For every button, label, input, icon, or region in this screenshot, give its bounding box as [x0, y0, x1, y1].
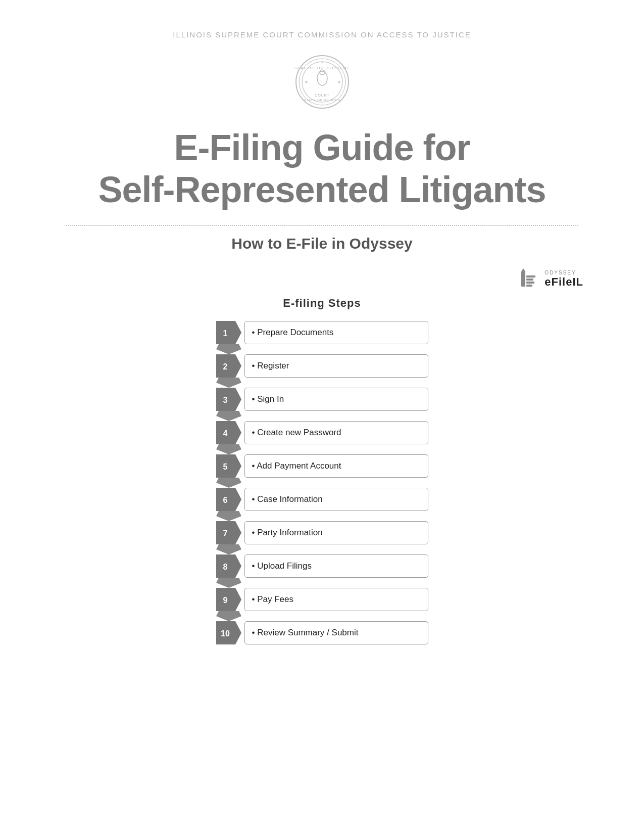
- svg-marker-27: [216, 421, 241, 444]
- step-badge-9: 9: [216, 588, 241, 611]
- step-entry-1: 1 • Prepare Documents: [216, 321, 428, 354]
- title-divider: [66, 225, 579, 226]
- svg-rect-15: [526, 279, 533, 281]
- svg-marker-42: [216, 588, 241, 611]
- svg-text:★: ★: [321, 61, 323, 64]
- svg-marker-20: [216, 344, 241, 354]
- step-row-9: 9 • Pay Fees: [216, 588, 428, 611]
- svg-marker-30: [216, 454, 241, 478]
- step-entry-6: 6 • Case Information: [216, 488, 428, 521]
- step-row-8: 8 • Upload Filings: [216, 554, 428, 578]
- step-row-4: 4 • Create new Password: [216, 421, 428, 444]
- step-row-6: 6 • Case Information: [216, 488, 428, 511]
- main-title: E-Filing Guide for Self-Represented Liti…: [98, 127, 546, 211]
- step-entry-5: 5 • Add Payment Account: [216, 454, 428, 488]
- step-entry-7: 7 • Party Information: [216, 521, 428, 554]
- step-arrow-icon: 1: [216, 321, 241, 344]
- connector-arrow-icon: [216, 611, 241, 621]
- odyssey-label: ODYSSEY: [544, 270, 576, 275]
- svg-text:7: 7: [223, 529, 227, 538]
- steps-list: 1 • Prepare Documents 2 • Register 3 • S…: [216, 321, 428, 644]
- svg-marker-33: [216, 488, 241, 511]
- step-arrow-icon: 8: [216, 554, 241, 578]
- svg-marker-41: [216, 578, 241, 588]
- connector-arrow-icon: [216, 378, 241, 388]
- svg-rect-17: [526, 285, 532, 287]
- step-arrow-icon: 3: [216, 388, 241, 411]
- step-label-6: • Case Information: [244, 488, 428, 511]
- connector-arrow-icon: [216, 478, 241, 488]
- step-row-7: 7 • Party Information: [216, 521, 428, 544]
- step-badge-7: 7: [216, 521, 241, 544]
- connector-arrow-icon: [216, 344, 241, 354]
- subtitle: How to E-File in Odyssey: [231, 235, 412, 252]
- connector-arrow-icon: [216, 411, 241, 421]
- odyssey-text: ODYSSEY eFileIL: [544, 270, 583, 289]
- svg-text:5: 5: [223, 462, 227, 471]
- svg-rect-16: [526, 282, 534, 284]
- step-entry-2: 2 • Register: [216, 354, 428, 388]
- step-connector-2: [216, 378, 241, 388]
- step-entry-8: 8 • Upload Filings: [216, 554, 428, 588]
- svg-text:SEAL OF THE SUPREME: SEAL OF THE SUPREME: [294, 66, 350, 70]
- step-badge-10: 10: [216, 621, 241, 644]
- step-label-3: • Sign In: [244, 388, 428, 411]
- svg-text:10: 10: [221, 629, 230, 638]
- step-entry-10: 10 • Review Summary / Submit: [216, 621, 428, 644]
- step-arrow-icon: 6: [216, 488, 241, 511]
- svg-marker-36: [216, 521, 241, 544]
- court-seal-icon: SEAL OF THE SUPREME COURT STATE OF ILLIN…: [294, 54, 350, 110]
- step-badge-8: 8: [216, 554, 241, 578]
- step-label-2: • Register: [244, 354, 428, 378]
- svg-text:9: 9: [223, 596, 227, 605]
- step-label-10: • Review Summary / Submit: [244, 621, 428, 644]
- svg-marker-35: [216, 511, 241, 521]
- step-connector-1: [216, 344, 241, 354]
- svg-marker-21: [216, 354, 241, 378]
- steps-heading: E-filing Steps: [283, 297, 361, 310]
- step-arrow-icon: 4: [216, 421, 241, 444]
- svg-text:2: 2: [223, 362, 227, 371]
- svg-marker-38: [216, 544, 241, 554]
- step-badge-1: 1: [216, 321, 241, 344]
- step-entry-4: 4 • Create new Password: [216, 421, 428, 454]
- svg-text:4: 4: [223, 429, 227, 438]
- step-entry-9: 9 • Pay Fees: [216, 588, 428, 621]
- svg-rect-12: [521, 271, 525, 287]
- svg-marker-32: [216, 478, 241, 488]
- page-wrapper: ILLINOIS SUPREME COURT COMMISSION ON ACC…: [0, 0, 644, 834]
- step-badge-2: 2: [216, 354, 241, 378]
- step-connector-4: [216, 444, 241, 454]
- step-row-10: 10 • Review Summary / Submit: [216, 621, 428, 644]
- connector-arrow-icon: [216, 444, 241, 454]
- efile-label: eFileIL: [544, 275, 583, 289]
- svg-rect-14: [526, 275, 535, 277]
- step-connector-9: [216, 611, 241, 621]
- odyssey-logo-icon: [516, 267, 540, 292]
- svg-text:STATE OF ILLINOIS: STATE OF ILLINOIS: [304, 99, 340, 102]
- step-badge-5: 5: [216, 454, 241, 478]
- svg-text:1: 1: [223, 329, 227, 338]
- step-connector-6: [216, 511, 241, 521]
- step-row-5: 5 • Add Payment Account: [216, 454, 428, 478]
- svg-marker-39: [216, 554, 241, 578]
- svg-marker-18: [216, 321, 241, 344]
- svg-marker-23: [216, 378, 241, 388]
- step-label-9: • Pay Fees: [244, 588, 428, 611]
- seal-container: SEAL OF THE SUPREME COURT STATE OF ILLIN…: [294, 54, 350, 112]
- svg-text:3: 3: [223, 396, 227, 404]
- step-connector-8: [216, 578, 241, 588]
- step-connector-7: [216, 544, 241, 554]
- step-connector-3: [216, 411, 241, 421]
- step-badge-4: 4: [216, 421, 241, 444]
- step-connector-5: [216, 478, 241, 488]
- step-label-4: • Create new Password: [244, 421, 428, 444]
- step-row-1: 1 • Prepare Documents: [216, 321, 428, 344]
- step-entry-3: 3 • Sign In: [216, 388, 428, 421]
- step-arrow-icon: 10: [216, 621, 241, 644]
- step-label-8: • Upload Filings: [244, 554, 428, 578]
- svg-text:★: ★: [337, 80, 341, 84]
- step-badge-6: 6: [216, 488, 241, 511]
- svg-text:COURT: COURT: [315, 94, 330, 97]
- svg-marker-24: [216, 388, 241, 411]
